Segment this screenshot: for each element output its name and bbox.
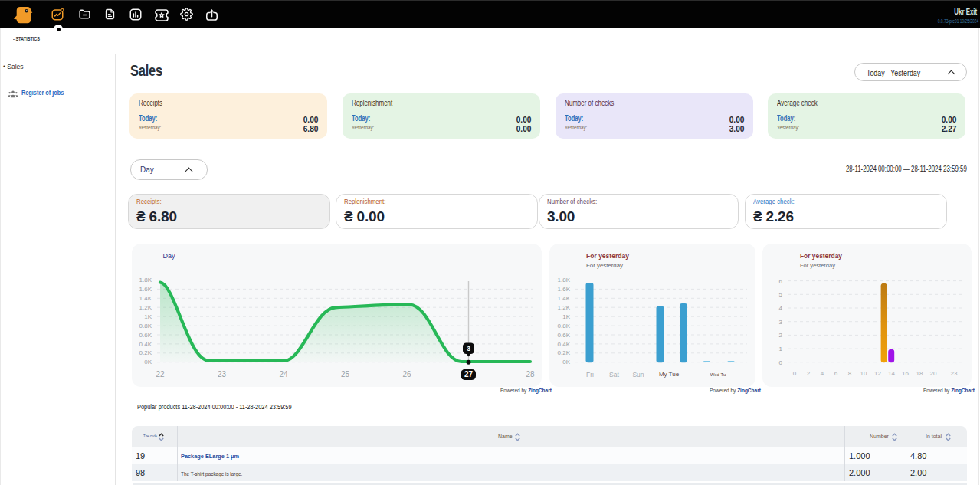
svg-text:3: 3	[779, 319, 783, 326]
svg-text:1K: 1K	[144, 313, 152, 320]
svg-text:0.8K: 0.8K	[139, 323, 152, 329]
svg-text:My Tue: My Tue	[659, 371, 680, 378]
svg-text:0.2K: 0.2K	[139, 349, 152, 356]
svg-text:16: 16	[902, 370, 909, 377]
svg-text:22: 22	[156, 370, 165, 378]
svg-text:6: 6	[834, 370, 838, 377]
svg-text:For yesterday: For yesterday	[586, 262, 623, 269]
svg-text:8: 8	[848, 370, 852, 377]
svg-text:1.4K: 1.4K	[139, 295, 152, 302]
svg-text:0.6K: 0.6K	[139, 332, 152, 339]
svg-text:1.6K: 1.6K	[558, 286, 571, 293]
svg-text:1.2K: 1.2K	[558, 304, 571, 311]
svg-text:For yesterday: For yesterday	[586, 252, 629, 260]
svg-text:23: 23	[218, 370, 227, 378]
svg-text:5: 5	[779, 291, 783, 298]
svg-text:18: 18	[916, 370, 923, 377]
svg-text:Wed Tu: Wed Tu	[710, 372, 726, 377]
svg-text:2: 2	[779, 332, 783, 339]
svg-text:0.2K: 0.2K	[558, 349, 571, 356]
svg-text:12: 12	[874, 370, 881, 377]
svg-text:1.4K: 1.4K	[558, 295, 571, 302]
svg-text:25: 25	[341, 370, 350, 378]
svg-text:Day: Day	[163, 252, 176, 260]
svg-text:0.6K: 0.6K	[558, 332, 571, 339]
svg-text:3: 3	[467, 345, 470, 352]
svg-text:1.8K: 1.8K	[139, 277, 152, 283]
svg-text:6: 6	[779, 278, 783, 285]
svg-text:0K: 0K	[144, 359, 152, 365]
svg-text:1.6K: 1.6K	[139, 286, 152, 293]
svg-text:20: 20	[930, 370, 937, 377]
svg-text:Sun: Sun	[632, 371, 644, 378]
svg-text:4: 4	[779, 305, 783, 312]
svg-text:Sat: Sat	[609, 371, 619, 378]
svg-text:0: 0	[793, 370, 797, 377]
svg-text:1.2K: 1.2K	[139, 304, 152, 311]
svg-text:26: 26	[402, 370, 411, 378]
svg-text:27: 27	[464, 370, 474, 378]
svg-text:0: 0	[779, 359, 783, 366]
svg-text:0.4K: 0.4K	[139, 341, 152, 348]
svg-text:24: 24	[279, 370, 288, 378]
svg-text:10: 10	[860, 370, 867, 377]
svg-text:0.8K: 0.8K	[558, 323, 571, 329]
svg-text:1K: 1K	[562, 313, 570, 320]
svg-text:0K: 0K	[562, 359, 570, 365]
svg-text:14: 14	[888, 370, 895, 377]
svg-text:For yesterday: For yesterday	[800, 262, 835, 269]
svg-text:4: 4	[821, 370, 824, 377]
svg-text:Fri: Fri	[586, 371, 594, 378]
svg-text:0.4K: 0.4K	[558, 341, 571, 348]
svg-text:1: 1	[779, 346, 783, 352]
svg-text:1.8K: 1.8K	[558, 277, 571, 283]
svg-text:For yesterday: For yesterday	[800, 252, 842, 260]
svg-text:28: 28	[526, 370, 535, 378]
svg-text:2: 2	[807, 370, 811, 377]
svg-text:23: 23	[951, 370, 958, 377]
